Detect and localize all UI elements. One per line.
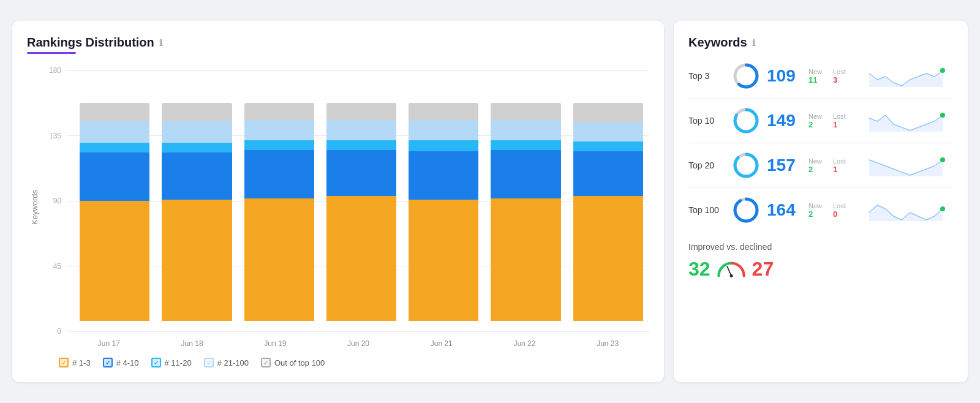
lost-label-2: Lost — [833, 157, 851, 165]
bar-segment-r4_10 — [80, 153, 149, 201]
bar-segment-r1_3 — [162, 200, 232, 321]
y-tick-0: 0 — [44, 327, 67, 336]
chart-wrapper: Keywords 180 135 90 — [27, 66, 649, 348]
bar-group-5 — [491, 66, 560, 321]
improved-declined-section: Improved vs. declined 32 — [688, 242, 953, 281]
legend-item-4: ✓Out of top 100 — [261, 358, 325, 367]
lost-val-3: 0 — [833, 209, 851, 219]
kw-label-3: Top 100 — [688, 205, 725, 215]
bar-segment-r4_10 — [573, 151, 643, 196]
bar-segment-top100out — [244, 103, 314, 120]
svg-point-15 — [940, 206, 945, 211]
x-label-6: Jun 23 — [572, 336, 643, 348]
legend-checkbox-3[interactable]: ✓ — [204, 358, 214, 367]
new-val-2: 2 — [809, 165, 827, 174]
legend-label-4: Out of top 100 — [274, 358, 325, 367]
x-label-3: Jun 20 — [323, 336, 394, 348]
legend-label-0: # 1-3 — [72, 358, 91, 367]
right-title-info-icon[interactable]: ℹ — [752, 38, 755, 48]
ivd-label: Improved vs. declined — [688, 242, 953, 252]
bar-group-6 — [573, 66, 643, 321]
y-tick-90: 90 — [44, 197, 67, 205]
x-label-2: Jun 19 — [239, 336, 311, 348]
chart-grid: 180 135 90 45 — [44, 66, 649, 336]
legend-label-2: # 11-20 — [165, 358, 192, 367]
kw-row-1: Top 10 149 New Lost 2 1 — [688, 99, 953, 143]
bar-segment-r11_20 — [80, 143, 149, 153]
bar-segment-r4_10 — [326, 150, 396, 196]
bar-group-2 — [244, 66, 314, 321]
bar-segment-top100out — [80, 103, 149, 121]
lost-label-3: Lost — [833, 202, 851, 209]
bar-segment-r1_3 — [573, 196, 643, 321]
bar-segment-top100out — [491, 103, 560, 120]
sparkline-2 — [859, 152, 953, 179]
legend-checkbox-0[interactable]: ✓ — [59, 358, 69, 367]
legend-checkbox-4[interactable]: ✓ — [261, 358, 271, 367]
donut-2 — [733, 152, 760, 179]
bar-segment-r11_20 — [244, 140, 314, 150]
gauge-icon — [717, 261, 746, 278]
bar-group-1 — [162, 66, 232, 321]
x-label-4: Jun 21 — [406, 336, 477, 348]
new-label-1: New — [809, 113, 827, 120]
bar-segment-r4_10 — [162, 153, 232, 200]
kw-label-1: Top 10 — [688, 116, 725, 126]
legend-label-3: # 21-100 — [217, 358, 249, 367]
new-label-3: New — [809, 202, 827, 209]
sparkline-1 — [859, 107, 953, 134]
svg-marker-14 — [869, 205, 943, 221]
bar-group-0 — [80, 66, 149, 321]
legend-checkbox-2[interactable]: ✓ — [151, 358, 161, 367]
bar-segment-r4_10 — [491, 150, 560, 198]
bar-segment-top100out — [162, 103, 232, 121]
svg-point-13 — [735, 199, 757, 221]
legend-checkbox-1[interactable]: ✓ — [103, 358, 113, 367]
bar-segment-r11_20 — [162, 143, 232, 153]
bar-segment-r1_3 — [80, 201, 149, 321]
svg-point-7 — [940, 113, 945, 118]
title-text: Rankings Distribution — [27, 36, 154, 50]
bar-segment-r21_100 — [162, 121, 232, 143]
keywords-card: Keywords ℹ Top 3 109 New Lost 11 3 Top 1… — [674, 21, 968, 382]
new-lost-3: New Lost 2 0 — [809, 202, 851, 219]
kw-row-0: Top 3 109 New Lost 11 3 — [688, 54, 953, 99]
title-info-icon[interactable]: ℹ — [159, 38, 162, 48]
improved-value: 32 — [688, 258, 710, 281]
bar-segment-r21_100 — [326, 120, 396, 141]
chart-area: 180 135 90 45 — [44, 66, 649, 348]
kw-row-2: Top 20 157 New Lost 2 1 — [688, 143, 953, 188]
new-val-1: 2 — [809, 120, 827, 129]
bar-segment-r11_20 — [326, 140, 396, 150]
donut-3 — [733, 197, 760, 224]
kw-count-1: 149 — [767, 111, 801, 130]
bar-segment-r1_3 — [409, 200, 478, 321]
bar-group-3 — [326, 66, 396, 321]
y-axis-label: Keywords — [27, 66, 42, 348]
left-card-title: Rankings Distribution ℹ — [27, 36, 649, 50]
new-lost-1: New Lost 2 1 — [809, 113, 851, 129]
lost-val-2: 1 — [833, 165, 851, 174]
x-label-1: Jun 18 — [157, 336, 228, 348]
x-axis-labels: Jun 17Jun 18Jun 19Jun 20Jun 21Jun 22Jun … — [44, 336, 649, 348]
title-underline — [27, 52, 76, 54]
svg-point-17 — [729, 274, 733, 277]
chart-legend: ✓# 1-3✓# 4-10✓# 11-20✓# 21-100✓Out of to… — [27, 358, 649, 367]
bar-segment-r11_20 — [409, 140, 478, 151]
rankings-distribution-card: Rankings Distribution ℹ Keywords 180 135 — [12, 21, 664, 382]
kw-count-3: 164 — [767, 200, 801, 220]
bar-segment-top100out — [409, 103, 478, 120]
bar-segment-r4_10 — [409, 151, 478, 200]
x-label-0: Jun 17 — [74, 336, 145, 348]
kw-count-2: 157 — [767, 156, 801, 175]
legend-item-3: ✓# 21-100 — [204, 358, 249, 367]
bar-segment-r1_3 — [244, 198, 314, 321]
kw-label-2: Top 20 — [688, 160, 725, 170]
sparkline-3 — [859, 197, 953, 224]
legend-label-1: # 4-10 — [116, 358, 139, 367]
kw-row-3: Top 100 164 New Lost 2 0 — [688, 188, 953, 232]
new-label-2: New — [809, 157, 827, 165]
donut-1 — [733, 107, 760, 134]
lost-label-1: Lost — [833, 113, 851, 120]
bar-segment-top100out — [326, 103, 396, 120]
